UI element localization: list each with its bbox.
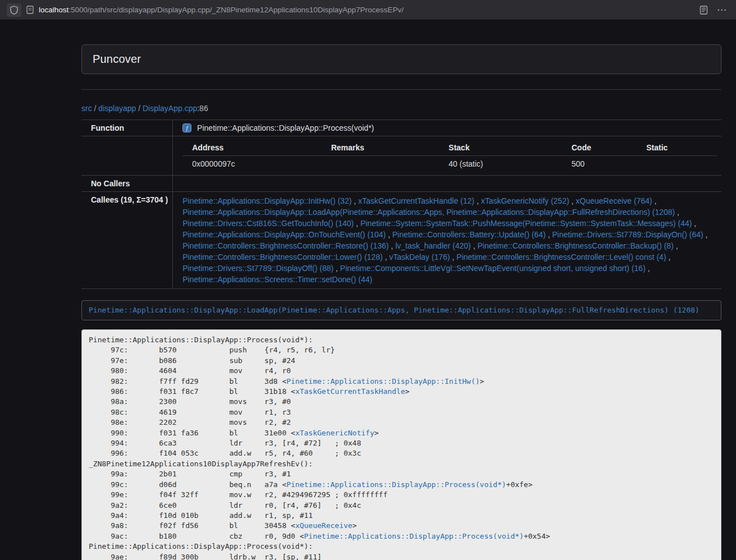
callee-link[interactable]: Pinetime::Controllers::BrightnessControl… bbox=[182, 241, 388, 250]
column-header-static: Static bbox=[637, 140, 717, 156]
code-symbol-link[interactable]: xTaskGetCurrentTaskHandle bbox=[295, 387, 405, 396]
callee-link[interactable]: Pinetime::Drivers::Cst816S::GetTouchInfo… bbox=[182, 219, 354, 228]
callee-separator: , bbox=[450, 253, 456, 261]
function-cell: f Pinetime::Applications::DisplayApp::Pr… bbox=[173, 120, 721, 136]
callee-link[interactable]: Pinetime::Controllers::Battery::Update()… bbox=[392, 230, 546, 239]
symbol-highlight-box: Pinetime::Applications::DisplayApp::Load… bbox=[81, 300, 721, 320]
code-value: 500 bbox=[562, 156, 637, 172]
callee-separator: , bbox=[354, 219, 360, 228]
url-host: localhost bbox=[39, 6, 68, 14]
callee-separator: , bbox=[351, 196, 358, 205]
callee-link[interactable]: Pinetime::System::SystemTask::PushMessag… bbox=[360, 219, 692, 228]
breadcrumb-link[interactable]: DisplayApp.cpp bbox=[143, 104, 197, 113]
callee-separator: , bbox=[333, 264, 340, 273]
callers-row: No Callers bbox=[81, 176, 721, 192]
no-callers-cell bbox=[173, 176, 721, 192]
browser-toolbar: localhost:5000/path/src/displayapp/Displ… bbox=[0, 0, 736, 20]
callees-cell: Pinetime::Applications::DisplayApp::Init… bbox=[173, 192, 721, 289]
column-header-stack: Stack bbox=[439, 140, 562, 156]
callee-link[interactable]: Pinetime::Controllers::BrightnessControl… bbox=[477, 241, 673, 250]
callees-row: Callees (19, Σ=3704 ) Pinetime::Applicat… bbox=[81, 192, 721, 289]
title-panel: Puncover bbox=[81, 44, 721, 74]
callee-link[interactable]: Pinetime::Components::LittleVgl::SetNewT… bbox=[340, 264, 646, 273]
function-icon: f bbox=[182, 123, 191, 132]
callee-separator: , bbox=[388, 241, 395, 250]
callee-link[interactable]: xTaskGetCurrentTaskHandle (12) bbox=[358, 196, 474, 205]
function-row: Function f Pinetime::Applications::Displ… bbox=[81, 120, 721, 136]
no-callers-label: No Callers bbox=[81, 176, 173, 192]
callee-separator: , bbox=[474, 196, 481, 205]
divider bbox=[81, 89, 721, 90]
breadcrumb-link[interactable]: displayapp bbox=[98, 104, 136, 113]
callee-link[interactable]: xQueueReceive (764) bbox=[576, 196, 652, 205]
stats-table: Address Remarks Stack Code Static 0x0000… bbox=[182, 140, 717, 172]
code-symbol-link[interactable]: Pinetime::Applications::DisplayApp::Proc… bbox=[304, 532, 524, 540]
breadcrumb-separator: / bbox=[92, 104, 99, 113]
callee-link[interactable]: Pinetime::Applications::DisplayApp::Init… bbox=[182, 196, 351, 205]
stats-header-row: Address Remarks Stack Code Static bbox=[182, 140, 717, 156]
url-bar[interactable]: localhost:5000/path/src/displayapp/Displ… bbox=[39, 6, 694, 14]
callee-separator: , bbox=[666, 253, 671, 261]
code-symbol-link[interactable]: Pinetime::Applications::DisplayApp::Proc… bbox=[286, 480, 506, 489]
function-table: Function f Pinetime::Applications::Displ… bbox=[81, 120, 721, 289]
disassembly: Pinetime::Applications::DisplayApp::Proc… bbox=[81, 329, 721, 560]
symbol-highlight-link[interactable]: Pinetime::Applications::DisplayApp::Load… bbox=[89, 306, 700, 314]
callee-separator: , bbox=[703, 230, 708, 239]
stack-value: 40 (static) bbox=[439, 156, 562, 172]
callee-link[interactable]: Pinetime::Applications::Screens::Timer::… bbox=[182, 275, 372, 284]
callees-label: Callees (19, Σ=3704 ) bbox=[81, 192, 173, 289]
page-title: Puncover bbox=[93, 53, 710, 66]
function-label: Function bbox=[81, 120, 173, 136]
main-content: Puncover src / displayapp / DisplayApp.c… bbox=[81, 44, 721, 560]
breadcrumb: src / displayapp / DisplayApp.cpp:86 bbox=[81, 104, 721, 113]
callee-link[interactable]: Pinetime::Applications::DisplayApp::Load… bbox=[182, 208, 675, 217]
callee-link[interactable]: Pinetime::Drivers::St7789::DisplayOff() … bbox=[182, 264, 333, 273]
column-header-remarks: Remarks bbox=[322, 140, 439, 156]
callee-link[interactable]: Pinetime::Controllers::BrightnessControl… bbox=[456, 253, 666, 261]
callee-separator: , bbox=[675, 208, 679, 217]
breadcrumb-line-number: :86 bbox=[197, 104, 208, 113]
stats-value-row: 0x0000097c 40 (static) 500 bbox=[182, 156, 717, 172]
callee-link[interactable]: vTaskDelay (176) bbox=[389, 253, 450, 261]
empty-label-cell bbox=[81, 136, 173, 176]
code-symbol-link[interactable]: Pinetime::Applications::DisplayApp::Init… bbox=[286, 377, 479, 385]
callee-link[interactable]: lv_task_handler (420) bbox=[395, 241, 471, 250]
column-header-code: Code bbox=[562, 140, 637, 156]
callee-separator: , bbox=[383, 253, 390, 261]
breadcrumb-separator: / bbox=[136, 104, 143, 113]
stats-cell: Address Remarks Stack Code Static 0x0000… bbox=[173, 136, 721, 176]
shield-icon bbox=[10, 6, 18, 15]
column-header-address: Address bbox=[182, 140, 321, 156]
callee-separator: , bbox=[546, 230, 552, 239]
callee-separator: , bbox=[674, 241, 678, 250]
callee-separator: , bbox=[692, 219, 696, 228]
toolbar-actions: ⋯ bbox=[700, 5, 729, 15]
static-value bbox=[637, 156, 717, 172]
code-symbol-link[interactable]: xTaskGenericNotify bbox=[295, 429, 374, 437]
code-symbol-link[interactable]: xQueueReceive bbox=[295, 521, 353, 530]
callee-link[interactable]: Pinetime::Applications::DisplayApp::OnTo… bbox=[182, 230, 386, 239]
callee-separator: , bbox=[646, 264, 650, 273]
callee-link[interactable]: xTaskGenericNotify (252) bbox=[481, 196, 569, 205]
callee-link[interactable]: Pinetime::Controllers::BrightnessControl… bbox=[182, 253, 382, 261]
stats-row: Address Remarks Stack Code Static 0x0000… bbox=[81, 136, 721, 176]
url-path: :5000/path/src/displayapp/DisplayApp.cpp… bbox=[68, 6, 404, 14]
callee-separator: , bbox=[569, 196, 576, 205]
breadcrumb-link[interactable]: src bbox=[81, 104, 92, 113]
remarks-value bbox=[322, 156, 439, 172]
shield-button[interactable] bbox=[7, 3, 21, 17]
overflow-menu-icon[interactable]: ⋯ bbox=[717, 5, 727, 15]
callee-separator: , bbox=[386, 230, 392, 239]
callee-separator: , bbox=[471, 241, 478, 250]
callee-separator: , bbox=[652, 196, 657, 205]
reader-mode-icon[interactable] bbox=[700, 6, 708, 15]
function-name: Pinetime::Applications::DisplayApp::Proc… bbox=[197, 123, 374, 132]
callee-link[interactable]: Pinetime::Drivers::St7789::DisplayOn() (… bbox=[552, 230, 703, 239]
address-value: 0x0000097c bbox=[182, 156, 321, 172]
page-info-icon[interactable] bbox=[26, 6, 34, 14]
